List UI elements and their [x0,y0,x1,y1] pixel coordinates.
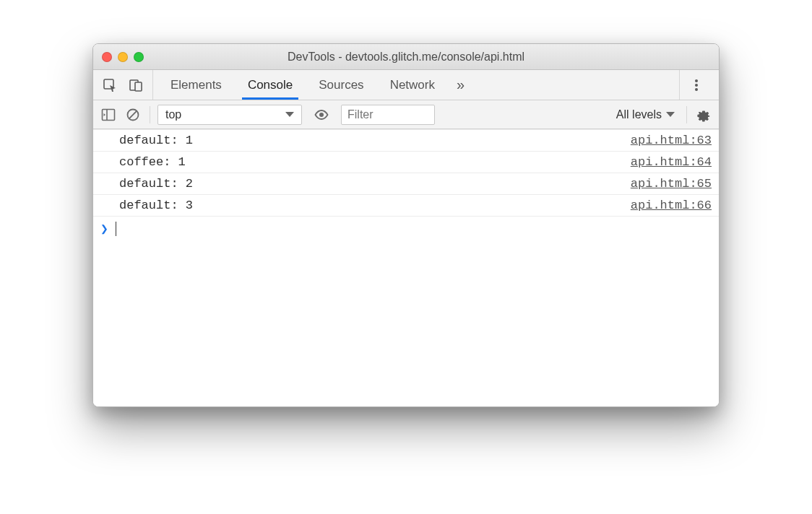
log-source-link[interactable]: api.html:64 [631,155,712,169]
svg-point-4 [695,84,698,87]
log-source-link[interactable]: api.html:63 [631,134,712,147]
separator [150,106,150,123]
svg-point-10 [319,113,324,117]
console-toolbar: top All levels [93,100,719,129]
traffic-lights [102,52,144,62]
log-message: default: 1 [119,134,193,147]
separator [686,106,687,123]
inspect-element-icon[interactable] [102,77,118,93]
levels-label: All levels [616,108,662,121]
tabbar-left-icons [93,70,153,100]
devtools-window: DevTools - devtools.glitch.me/console/ap… [92,43,720,407]
zoom-window-button[interactable] [134,52,144,62]
console-sidebar-toggle-icon[interactable] [99,105,118,124]
console-log-row: default: 3api.html:66 [93,195,719,217]
tab-label: Sources [319,78,363,92]
log-levels-select[interactable]: All levels [612,108,679,121]
chevron-down-icon [285,112,294,117]
console-log-row: coffee: 1api.html:64 [93,152,719,173]
svg-rect-2 [135,82,142,91]
chevrons-right-icon: » [457,77,465,93]
console-prompt[interactable]: ❯ [93,217,719,241]
kebab-menu-icon[interactable] [688,77,704,93]
tab-network[interactable]: Network [377,70,448,100]
chevron-down-icon [666,112,675,117]
live-expression-icon[interactable] [312,105,331,124]
tab-label: Network [390,78,435,92]
prompt-arrow-icon: ❯ [100,221,108,237]
svg-point-5 [695,88,698,91]
log-message: default: 2 [119,177,193,191]
window-title: DevTools - devtools.glitch.me/console/ap… [93,51,719,64]
minimize-window-button[interactable] [118,52,128,62]
console-output: default: 1api.html:63coffee: 1api.html:6… [93,129,719,406]
console-log-row: default: 2api.html:65 [93,173,719,195]
close-window-button[interactable] [102,52,112,62]
console-settings-icon[interactable] [694,105,713,124]
tab-label: Elements [170,78,222,92]
tab-console[interactable]: Console [235,70,306,100]
text-caret [116,222,116,236]
tab-elements[interactable]: Elements [157,70,235,100]
log-source-link[interactable]: api.html:66 [631,199,712,212]
log-message: coffee: 1 [119,155,186,169]
clear-console-icon[interactable] [124,105,142,124]
log-source-link[interactable]: api.html:65 [631,177,712,191]
tabs-overflow-button[interactable]: » [448,70,473,100]
log-message: default: 3 [119,199,193,212]
tabbar-right-icons [679,70,713,100]
tabs-container: Elements Console Sources Network [153,70,448,100]
context-value: top [165,108,181,121]
tab-label: Console [248,78,293,92]
device-toolbar-icon[interactable] [128,77,144,93]
window-titlebar: DevTools - devtools.glitch.me/console/ap… [93,44,719,70]
devtools-tabbar: Elements Console Sources Network » [93,70,719,100]
tab-sources[interactable]: Sources [306,70,376,100]
console-log-row: default: 1api.html:63 [93,129,719,152]
filter-input[interactable] [341,105,435,125]
svg-point-3 [695,79,698,82]
svg-line-9 [129,110,137,118]
execution-context-select[interactable]: top [157,105,302,125]
